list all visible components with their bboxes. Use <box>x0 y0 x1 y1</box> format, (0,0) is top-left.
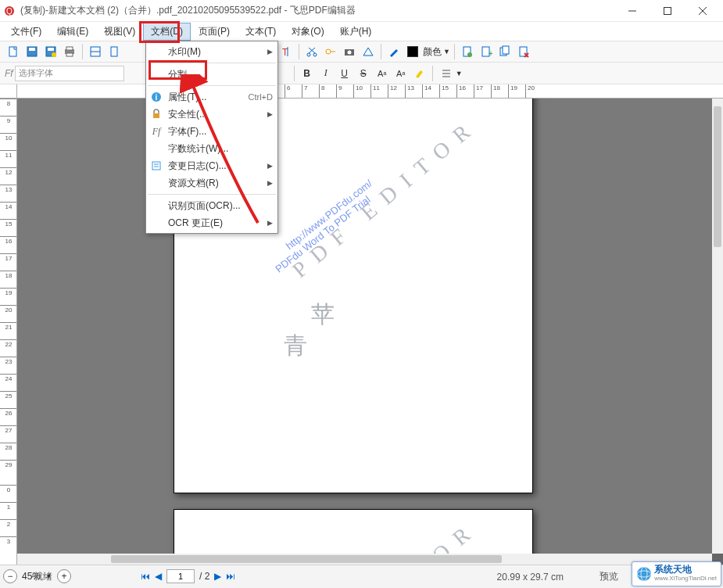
menu-wordcount[interactable]: 字数统计(W)... <box>146 140 277 157</box>
strike-button[interactable]: S <box>355 65 372 82</box>
menu-document[interactable]: 文档(D) <box>143 23 191 41</box>
maximize-button[interactable] <box>650 0 685 22</box>
toolbar-format: Ff 选择字体 B I U S Aa Aa ▼ <box>0 63 723 84</box>
new-icon[interactable] <box>5 43 22 60</box>
menu-account[interactable]: 账户(H) <box>332 23 380 41</box>
menu-changelog[interactable]: 变更日志(C)...▶ <box>146 157 277 174</box>
font-selector[interactable]: 选择字体 <box>15 66 124 81</box>
menu-resources[interactable]: 资源文档(R)▶ <box>146 174 277 192</box>
fill-icon[interactable] <box>404 43 421 60</box>
svg-rect-43 <box>153 113 159 118</box>
svg-point-25 <box>326 49 331 54</box>
svg-rect-44 <box>152 162 160 170</box>
menu-fonts[interactable]: Ff 字体(F)... <box>146 123 277 140</box>
font-icon: Ff <box>5 68 13 79</box>
saveas-icon[interactable] <box>42 43 59 60</box>
zoom-controls: − 45% ▼ + <box>3 568 71 585</box>
menu-split[interactable]: 分割... <box>146 66 277 83</box>
menu-page[interactable]: 页面(P) <box>191 23 238 41</box>
menu-text[interactable]: 文本(T) <box>238 23 284 41</box>
menu-watermark[interactable]: 水印(M)▶ <box>146 43 277 60</box>
insert-page-icon[interactable] <box>459 43 476 60</box>
delete-page-icon[interactable] <box>515 43 532 60</box>
page-dimensions: 20.99 x 29.7 cm <box>497 572 564 583</box>
key-icon[interactable] <box>322 43 339 60</box>
toolbar-main: T 颜色 ▼ + <box>0 41 723 63</box>
canvas[interactable]: PDF EDITOR http://www.PDFdu.com/ PDFdu W… <box>17 99 712 554</box>
underline-button[interactable]: U <box>336 65 353 82</box>
menu-file[interactable]: 文件(F) <box>3 23 49 41</box>
zoom-value[interactable]: 45% <box>22 571 41 582</box>
statusbar: - ·就绪 20.99 x 29.7 cm 预览 <box>0 565 723 588</box>
add-page-icon[interactable]: + <box>478 43 495 60</box>
svg-rect-13 <box>66 47 73 50</box>
window-title: (复制)-新建文本文档 (2)（合并）.pdf_2021020509553952… <box>20 4 614 17</box>
first-page-button[interactable]: ⏮ <box>141 571 150 582</box>
log-icon <box>150 160 163 172</box>
page-text: 苹 <box>311 299 335 331</box>
font-icon: Ff <box>150 125 163 138</box>
watermark-link: PDFdu Word To PDF Trial <box>273 193 372 274</box>
svg-point-28 <box>348 51 352 55</box>
dropdown-arrow-icon[interactable]: ▼ <box>45 572 52 580</box>
svg-text:i: i <box>156 93 158 102</box>
close-button[interactable] <box>685 0 720 22</box>
ruler-corner <box>0 84 17 99</box>
svg-point-11 <box>52 52 56 57</box>
menu-security[interactable]: 安全性(...▶ <box>146 106 277 123</box>
bold-button[interactable]: B <box>299 65 316 82</box>
svg-rect-17 <box>111 47 117 56</box>
color-label: 颜色 <box>423 45 442 59</box>
svg-rect-8 <box>29 48 35 51</box>
menu-edit[interactable]: 编辑(E) <box>49 23 96 41</box>
menu-object[interactable]: 对象(O) <box>284 23 331 41</box>
dropdown-arrow-icon[interactable]: ▼ <box>456 70 463 77</box>
page-nav: ⏮ ◀ / 2 ▶ ⏭ <box>141 568 235 585</box>
pen-icon[interactable] <box>385 43 403 60</box>
pdf-page-2[interactable]: PDF EDITOR PDFdu.com/ DF Trial <box>174 509 533 554</box>
page-input[interactable] <box>166 569 195 583</box>
scrollbar-vertical[interactable] <box>712 99 723 554</box>
submenu-arrow-icon: ▶ <box>267 179 273 187</box>
zoom-in-button[interactable]: + <box>57 569 71 583</box>
linespacing-button[interactable] <box>437 65 454 82</box>
svg-point-21 <box>307 53 310 56</box>
submenu-arrow-icon: ▶ <box>267 162 273 170</box>
minimize-button[interactable] <box>614 0 650 22</box>
italic-button[interactable]: I <box>317 65 335 82</box>
last-page-button[interactable]: ⏭ <box>226 571 235 582</box>
scrollbar-horizontal[interactable] <box>17 554 712 565</box>
submenu-arrow-icon: ▶ <box>267 48 273 56</box>
copy-page-icon[interactable] <box>496 43 514 60</box>
app-icon: Q <box>3 5 16 17</box>
camera-icon[interactable] <box>341 43 358 60</box>
globe-icon <box>636 566 652 582</box>
preview-label[interactable]: 预览 <box>600 570 618 583</box>
menu-ocr-recognize[interactable]: 识别页面(OCR)... <box>146 197 277 214</box>
zoom-out-button[interactable]: − <box>3 569 17 583</box>
highlight-button[interactable] <box>411 65 428 82</box>
text-tool-icon[interactable]: T <box>277 43 295 60</box>
dropdown-arrow-icon[interactable]: ▼ <box>443 48 450 56</box>
shape-icon[interactable] <box>360 43 377 60</box>
svg-point-22 <box>313 53 317 56</box>
submenu-arrow-icon: ▶ <box>267 110 273 118</box>
menu-ocr-correct[interactable]: OCR 更正(E)▶ <box>146 214 277 231</box>
prev-page-button[interactable]: ◀ <box>155 571 162 582</box>
site-logo-badge: 系统天地 www.XiTongTianDi.net <box>632 561 721 586</box>
svg-point-30 <box>467 52 472 57</box>
watermark-text: PDF EDITOR <box>288 113 484 283</box>
cut-icon[interactable] <box>303 43 320 60</box>
svg-text:Q: Q <box>6 7 13 16</box>
fit-icon[interactable] <box>87 43 104 60</box>
print-icon[interactable] <box>61 43 78 60</box>
svg-rect-6 <box>9 47 16 56</box>
next-page-button[interactable]: ▶ <box>214 571 221 582</box>
superscript-button[interactable]: Aa <box>374 65 391 82</box>
menu-view[interactable]: 视图(V) <box>96 23 143 41</box>
save-icon[interactable] <box>23 43 41 60</box>
page-icon[interactable] <box>106 43 123 60</box>
subscript-button[interactable]: Aa <box>392 65 410 82</box>
menu-properties[interactable]: i 属性(T)...Ctrl+D <box>146 88 277 106</box>
ruler-vertical: 8 9 10 11 12 13 14 15 16 17 18 19 20 21 … <box>0 99 17 565</box>
